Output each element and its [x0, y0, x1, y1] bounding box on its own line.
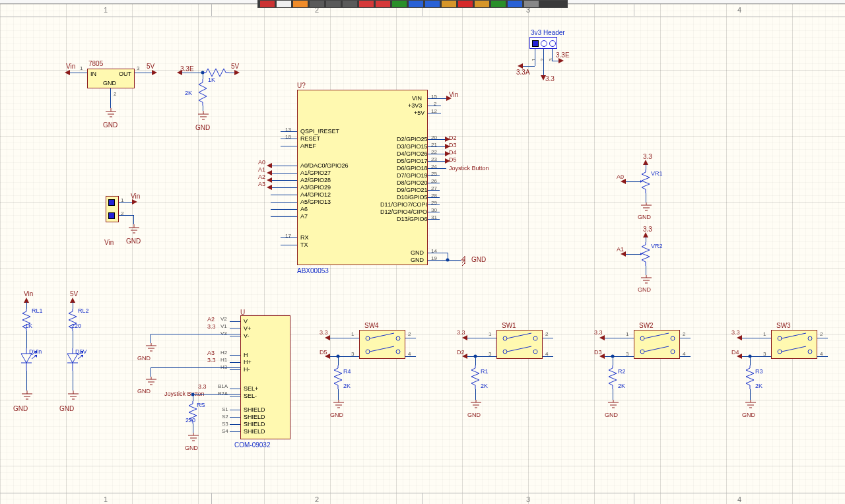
pin-number: 1: [763, 331, 766, 337]
svg-marker-32: [67, 354, 78, 363]
wire: [448, 253, 448, 260]
pin-number: S2: [222, 414, 228, 420]
toolbar-btn[interactable]: [491, 1, 506, 7]
switch[interactable]: [359, 330, 405, 359]
toolbar-btn[interactable]: [326, 1, 341, 7]
pin-number: H2: [220, 350, 227, 356]
wire: [625, 254, 640, 255]
pin-number: V1: [220, 323, 227, 329]
switch[interactable]: [771, 330, 817, 359]
ruler-bottom: 1 2 3 4: [0, 493, 845, 504]
header-pad: [549, 40, 556, 47]
pin-label: D2/GPIO25: [397, 136, 428, 142]
wire: [646, 164, 646, 170]
wire: [466, 338, 496, 338]
switch[interactable]: [634, 330, 680, 359]
wire: [603, 356, 634, 357]
wire: [428, 168, 446, 169]
wire: [428, 212, 440, 212]
resistor[interactable]: [745, 365, 755, 389]
wire: [448, 260, 461, 261]
switch[interactable]: [496, 330, 543, 359]
toolbar-btn[interactable]: [392, 1, 407, 7]
wire: [741, 356, 771, 357]
pin-number: V2: [220, 316, 227, 322]
svg-marker-19: [558, 58, 564, 63]
net-label: GND: [742, 412, 755, 418]
toolbar-btn[interactable]: [359, 1, 374, 7]
header-pad: [108, 212, 115, 219]
wire: [119, 202, 133, 203]
toolbar-btn[interactable]: [458, 1, 473, 7]
wire: [405, 356, 416, 357]
gnd-symbol: [607, 400, 620, 410]
resistor[interactable]: [197, 79, 208, 106]
toolbar-btn[interactable]: [425, 1, 440, 7]
pin-number: 2: [545, 331, 548, 337]
resistor[interactable]: [470, 365, 481, 389]
net-arrow-icon: [325, 335, 330, 340]
wire: [428, 161, 446, 162]
designator: RL2: [78, 307, 89, 314]
gnd-symbol: [187, 433, 200, 443]
toolbar-btn[interactable]: [277, 1, 291, 7]
wire: [428, 146, 446, 147]
net-arrow-icon: [152, 70, 157, 75]
net-label: 3.3: [320, 329, 328, 336]
svg-line-123: [782, 346, 806, 352]
resistor[interactable]: [333, 365, 343, 389]
pin-label: QSPI_!RESET: [300, 128, 339, 135]
wire: [193, 424, 193, 433]
wire: [26, 331, 27, 348]
top-toolbar[interactable]: [257, 0, 568, 8]
toolbar-btn[interactable]: [293, 1, 308, 7]
wire: [230, 329, 240, 329]
toolbar-btn[interactable]: [260, 1, 275, 7]
svg-marker-42: [267, 163, 272, 168]
resistor-value: 2K: [343, 383, 351, 389]
wire: [182, 73, 203, 73]
pin-label: D4/GPIO26: [397, 150, 428, 157]
pin-label: A1/GPIO27: [300, 170, 331, 176]
net-label: GND: [137, 355, 151, 362]
net-label: 3.3: [457, 329, 465, 336]
net-label: Vin: [449, 91, 458, 98]
wire: [26, 371, 27, 391]
component-7805[interactable]: IN OUT GND: [87, 69, 135, 88]
svg-line-108: [644, 333, 669, 338]
pin-label: AREF: [300, 142, 316, 149]
resistor-value: 2K: [481, 383, 488, 389]
wire: [428, 253, 448, 253]
toolbar-btn[interactable]: [343, 1, 357, 7]
net-label: Vin: [24, 290, 33, 298]
net-label: D3: [594, 349, 602, 356]
pin-label: GND: [411, 249, 424, 256]
toolbar-btn[interactable]: [475, 1, 489, 7]
net-label: D2: [449, 135, 457, 141]
pin-number: 2: [683, 331, 685, 337]
toolbar-btn[interactable]: [409, 1, 423, 7]
wire: [625, 181, 640, 182]
toolbar-btn[interactable]: [442, 1, 456, 7]
resistor[interactable]: [203, 67, 229, 78]
toolbar-btn[interactable]: [310, 1, 324, 7]
resistor[interactable]: [607, 365, 618, 389]
designator: DVin: [29, 348, 42, 355]
wire: [543, 338, 553, 338]
net-label: GND: [103, 121, 118, 129]
toolbar-btn[interactable]: [524, 1, 539, 7]
pin-label: VIN: [412, 95, 422, 102]
toolbar-btn[interactable]: [376, 1, 390, 7]
pin-label: D7/GPIO19: [397, 172, 428, 179]
schematic-canvas[interactable]: 1 2 3 4 1 2 3 4 IN OUT GND 7805 1 3 2 Vi…: [0, 3, 845, 504]
net-label: D5: [449, 156, 457, 163]
pin-label: A0/DAC0/GPIO26: [300, 162, 349, 169]
net-label: A3: [207, 350, 215, 356]
resistor-value: 220: [71, 323, 81, 329]
wire: [271, 180, 297, 181]
pin-number: 2: [820, 331, 823, 337]
toolbar-btn[interactable]: [508, 1, 522, 7]
pin-label: D13/GPIO6: [397, 216, 428, 222]
header-pad: [541, 40, 547, 47]
designator: U?: [297, 82, 306, 89]
